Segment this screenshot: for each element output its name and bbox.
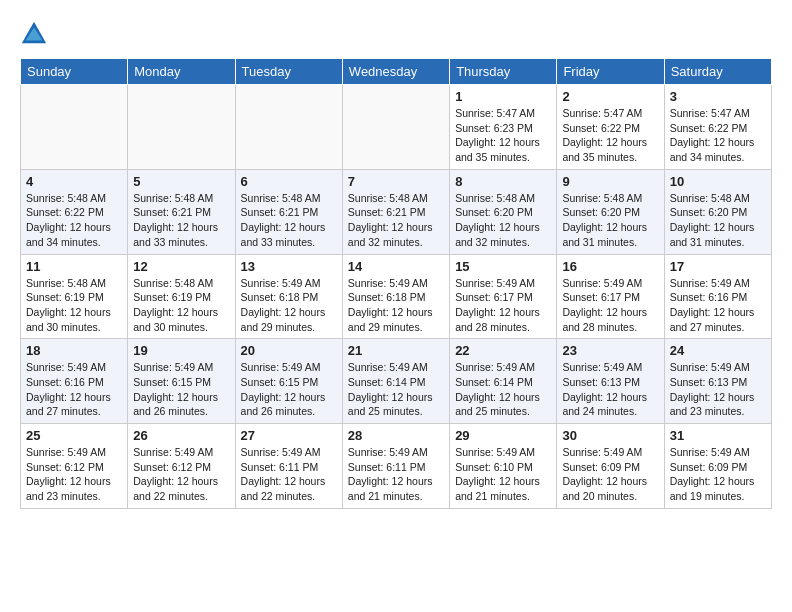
calendar-cell: 17Sunrise: 5:49 AM Sunset: 6:16 PM Dayli…	[664, 254, 771, 339]
calendar-cell: 10Sunrise: 5:48 AM Sunset: 6:20 PM Dayli…	[664, 169, 771, 254]
day-info: Sunrise: 5:49 AM Sunset: 6:12 PM Dayligh…	[26, 445, 122, 504]
calendar-cell: 31Sunrise: 5:49 AM Sunset: 6:09 PM Dayli…	[664, 424, 771, 509]
day-info: Sunrise: 5:49 AM Sunset: 6:13 PM Dayligh…	[670, 360, 766, 419]
column-header-friday: Friday	[557, 59, 664, 85]
calendar-cell: 21Sunrise: 5:49 AM Sunset: 6:14 PM Dayli…	[342, 339, 449, 424]
calendar-header-row: SundayMondayTuesdayWednesdayThursdayFrid…	[21, 59, 772, 85]
day-number: 9	[562, 174, 658, 189]
calendar-cell: 13Sunrise: 5:49 AM Sunset: 6:18 PM Dayli…	[235, 254, 342, 339]
day-number: 24	[670, 343, 766, 358]
day-number: 6	[241, 174, 337, 189]
day-info: Sunrise: 5:49 AM Sunset: 6:11 PM Dayligh…	[348, 445, 444, 504]
calendar-week-row: 1Sunrise: 5:47 AM Sunset: 6:23 PM Daylig…	[21, 85, 772, 170]
day-number: 2	[562, 89, 658, 104]
day-number: 13	[241, 259, 337, 274]
day-info: Sunrise: 5:48 AM Sunset: 6:19 PM Dayligh…	[133, 276, 229, 335]
day-info: Sunrise: 5:49 AM Sunset: 6:13 PM Dayligh…	[562, 360, 658, 419]
day-number: 23	[562, 343, 658, 358]
day-number: 16	[562, 259, 658, 274]
calendar-cell: 29Sunrise: 5:49 AM Sunset: 6:10 PM Dayli…	[450, 424, 557, 509]
calendar-cell: 19Sunrise: 5:49 AM Sunset: 6:15 PM Dayli…	[128, 339, 235, 424]
day-info: Sunrise: 5:49 AM Sunset: 6:12 PM Dayligh…	[133, 445, 229, 504]
calendar-cell: 30Sunrise: 5:49 AM Sunset: 6:09 PM Dayli…	[557, 424, 664, 509]
calendar-cell	[128, 85, 235, 170]
day-info: Sunrise: 5:48 AM Sunset: 6:19 PM Dayligh…	[26, 276, 122, 335]
calendar-cell: 14Sunrise: 5:49 AM Sunset: 6:18 PM Dayli…	[342, 254, 449, 339]
column-header-monday: Monday	[128, 59, 235, 85]
column-header-thursday: Thursday	[450, 59, 557, 85]
day-number: 12	[133, 259, 229, 274]
day-info: Sunrise: 5:49 AM Sunset: 6:09 PM Dayligh…	[670, 445, 766, 504]
calendar-week-row: 4Sunrise: 5:48 AM Sunset: 6:22 PM Daylig…	[21, 169, 772, 254]
day-number: 27	[241, 428, 337, 443]
day-number: 1	[455, 89, 551, 104]
day-number: 21	[348, 343, 444, 358]
day-info: Sunrise: 5:48 AM Sunset: 6:22 PM Dayligh…	[26, 191, 122, 250]
calendar-week-row: 25Sunrise: 5:49 AM Sunset: 6:12 PM Dayli…	[21, 424, 772, 509]
day-info: Sunrise: 5:47 AM Sunset: 6:22 PM Dayligh…	[670, 106, 766, 165]
day-info: Sunrise: 5:47 AM Sunset: 6:23 PM Dayligh…	[455, 106, 551, 165]
calendar-cell: 15Sunrise: 5:49 AM Sunset: 6:17 PM Dayli…	[450, 254, 557, 339]
day-number: 17	[670, 259, 766, 274]
calendar-cell: 18Sunrise: 5:49 AM Sunset: 6:16 PM Dayli…	[21, 339, 128, 424]
day-number: 29	[455, 428, 551, 443]
day-number: 14	[348, 259, 444, 274]
day-info: Sunrise: 5:49 AM Sunset: 6:16 PM Dayligh…	[26, 360, 122, 419]
calendar-table: SundayMondayTuesdayWednesdayThursdayFrid…	[20, 58, 772, 509]
column-header-sunday: Sunday	[21, 59, 128, 85]
day-info: Sunrise: 5:48 AM Sunset: 6:21 PM Dayligh…	[133, 191, 229, 250]
day-number: 26	[133, 428, 229, 443]
day-info: Sunrise: 5:49 AM Sunset: 6:14 PM Dayligh…	[455, 360, 551, 419]
calendar-cell: 1Sunrise: 5:47 AM Sunset: 6:23 PM Daylig…	[450, 85, 557, 170]
calendar-cell: 25Sunrise: 5:49 AM Sunset: 6:12 PM Dayli…	[21, 424, 128, 509]
day-info: Sunrise: 5:49 AM Sunset: 6:14 PM Dayligh…	[348, 360, 444, 419]
column-header-tuesday: Tuesday	[235, 59, 342, 85]
column-header-saturday: Saturday	[664, 59, 771, 85]
day-info: Sunrise: 5:49 AM Sunset: 6:17 PM Dayligh…	[455, 276, 551, 335]
day-info: Sunrise: 5:49 AM Sunset: 6:17 PM Dayligh…	[562, 276, 658, 335]
day-number: 7	[348, 174, 444, 189]
day-info: Sunrise: 5:49 AM Sunset: 6:15 PM Dayligh…	[241, 360, 337, 419]
calendar-cell: 28Sunrise: 5:49 AM Sunset: 6:11 PM Dayli…	[342, 424, 449, 509]
day-number: 18	[26, 343, 122, 358]
calendar-cell: 22Sunrise: 5:49 AM Sunset: 6:14 PM Dayli…	[450, 339, 557, 424]
calendar-cell: 7Sunrise: 5:48 AM Sunset: 6:21 PM Daylig…	[342, 169, 449, 254]
day-info: Sunrise: 5:49 AM Sunset: 6:09 PM Dayligh…	[562, 445, 658, 504]
day-info: Sunrise: 5:48 AM Sunset: 6:20 PM Dayligh…	[562, 191, 658, 250]
day-number: 11	[26, 259, 122, 274]
day-number: 20	[241, 343, 337, 358]
calendar-cell: 8Sunrise: 5:48 AM Sunset: 6:20 PM Daylig…	[450, 169, 557, 254]
calendar-cell: 9Sunrise: 5:48 AM Sunset: 6:20 PM Daylig…	[557, 169, 664, 254]
calendar-week-row: 18Sunrise: 5:49 AM Sunset: 6:16 PM Dayli…	[21, 339, 772, 424]
day-number: 15	[455, 259, 551, 274]
logo	[20, 20, 52, 48]
day-number: 5	[133, 174, 229, 189]
day-number: 3	[670, 89, 766, 104]
calendar-cell: 12Sunrise: 5:48 AM Sunset: 6:19 PM Dayli…	[128, 254, 235, 339]
calendar-cell: 3Sunrise: 5:47 AM Sunset: 6:22 PM Daylig…	[664, 85, 771, 170]
calendar-cell: 20Sunrise: 5:49 AM Sunset: 6:15 PM Dayli…	[235, 339, 342, 424]
page-header	[20, 20, 772, 48]
calendar-cell: 2Sunrise: 5:47 AM Sunset: 6:22 PM Daylig…	[557, 85, 664, 170]
day-number: 8	[455, 174, 551, 189]
calendar-cell: 6Sunrise: 5:48 AM Sunset: 6:21 PM Daylig…	[235, 169, 342, 254]
day-info: Sunrise: 5:48 AM Sunset: 6:20 PM Dayligh…	[455, 191, 551, 250]
column-header-wednesday: Wednesday	[342, 59, 449, 85]
day-number: 25	[26, 428, 122, 443]
day-number: 28	[348, 428, 444, 443]
calendar-cell: 5Sunrise: 5:48 AM Sunset: 6:21 PM Daylig…	[128, 169, 235, 254]
day-info: Sunrise: 5:49 AM Sunset: 6:16 PM Dayligh…	[670, 276, 766, 335]
calendar-cell	[342, 85, 449, 170]
day-info: Sunrise: 5:49 AM Sunset: 6:18 PM Dayligh…	[241, 276, 337, 335]
calendar-cell: 16Sunrise: 5:49 AM Sunset: 6:17 PM Dayli…	[557, 254, 664, 339]
day-info: Sunrise: 5:49 AM Sunset: 6:10 PM Dayligh…	[455, 445, 551, 504]
calendar-cell: 26Sunrise: 5:49 AM Sunset: 6:12 PM Dayli…	[128, 424, 235, 509]
day-info: Sunrise: 5:47 AM Sunset: 6:22 PM Dayligh…	[562, 106, 658, 165]
calendar-cell: 23Sunrise: 5:49 AM Sunset: 6:13 PM Dayli…	[557, 339, 664, 424]
day-info: Sunrise: 5:49 AM Sunset: 6:11 PM Dayligh…	[241, 445, 337, 504]
day-info: Sunrise: 5:48 AM Sunset: 6:21 PM Dayligh…	[241, 191, 337, 250]
calendar-cell: 27Sunrise: 5:49 AM Sunset: 6:11 PM Dayli…	[235, 424, 342, 509]
logo-icon	[20, 20, 48, 48]
day-info: Sunrise: 5:48 AM Sunset: 6:20 PM Dayligh…	[670, 191, 766, 250]
calendar-week-row: 11Sunrise: 5:48 AM Sunset: 6:19 PM Dayli…	[21, 254, 772, 339]
